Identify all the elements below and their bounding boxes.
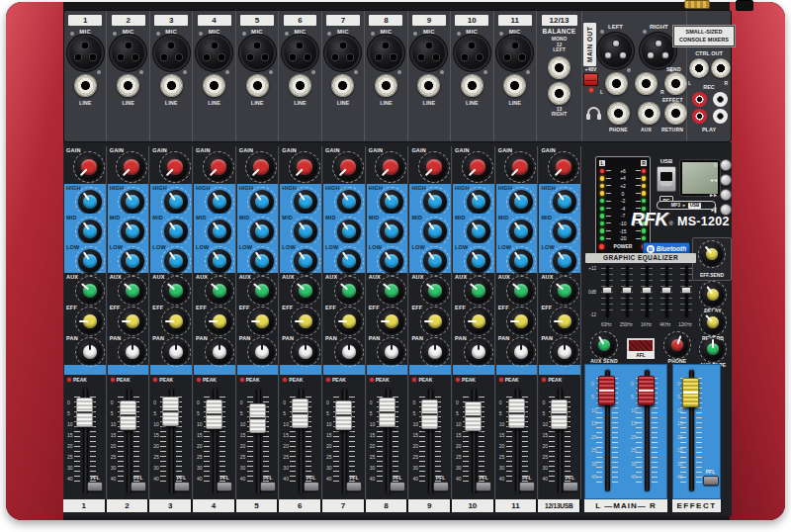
pan-knob-ch11[interactable] <box>509 340 533 364</box>
fader-cap[interactable] <box>379 398 396 427</box>
eff-knob-ch12/13[interactable] <box>553 310 576 333</box>
eff-knob-ch4[interactable] <box>208 310 231 333</box>
pfl-button-effect[interactable] <box>703 476 719 486</box>
gain-knob-ch1[interactable] <box>76 154 102 180</box>
aux-knob-ch6[interactable] <box>294 279 317 303</box>
mid-knob-ch10[interactable] <box>467 220 490 243</box>
pfl-button-ch2[interactable] <box>131 482 146 491</box>
eff-send-knob[interactable] <box>701 243 723 265</box>
pan-knob-ch2[interactable] <box>121 340 144 364</box>
pfl-button-ch3[interactable] <box>174 482 190 491</box>
high-knob-ch10[interactable] <box>467 190 490 214</box>
mid-knob-ch4[interactable] <box>208 220 231 243</box>
mid-knob-ch12/13[interactable] <box>553 220 576 243</box>
low-knob-ch4[interactable] <box>208 249 231 273</box>
aux-knob-ch11[interactable] <box>509 279 533 303</box>
fader-cap[interactable] <box>249 403 266 433</box>
next-button[interactable] <box>720 189 732 201</box>
gain-knob-ch6[interactable] <box>292 154 317 180</box>
eq-slider-250Hz[interactable] <box>621 266 633 317</box>
fader-cap[interactable] <box>508 399 525 428</box>
fader-cap[interactable] <box>421 399 438 429</box>
mid-knob-ch1[interactable] <box>78 220 102 243</box>
high-knob-ch3[interactable] <box>164 190 188 214</box>
prev-button[interactable] <box>720 174 732 186</box>
gain-knob-ch10[interactable] <box>465 154 490 180</box>
eff-knob-ch1[interactable] <box>78 310 102 333</box>
eff-knob-ch10[interactable] <box>467 310 490 333</box>
aux-knob-ch7[interactable] <box>337 279 361 303</box>
pfl-button-ch8[interactable] <box>390 482 405 491</box>
fader-cap[interactable] <box>465 401 482 431</box>
high-knob-ch1[interactable] <box>78 190 102 214</box>
aux-knob-ch4[interactable] <box>208 279 231 303</box>
eff-knob-ch6[interactable] <box>294 310 317 333</box>
eq-slider-12KHz[interactable] <box>680 266 692 317</box>
fader-cap[interactable] <box>598 376 615 405</box>
mid-knob-ch8[interactable] <box>380 220 403 243</box>
main-fader-left[interactable]: 05101520253040 <box>588 368 626 493</box>
pfl-button-ch6[interactable] <box>304 482 319 491</box>
aux-knob-ch8[interactable] <box>380 279 403 303</box>
pfl-button-ch7[interactable] <box>346 482 362 491</box>
gain-knob-ch3[interactable] <box>162 154 188 180</box>
pan-knob-ch8[interactable] <box>380 340 403 364</box>
aux-knob-ch9[interactable] <box>423 279 447 303</box>
eq-slider-cap[interactable] <box>602 287 612 294</box>
gain-knob-ch5[interactable] <box>248 154 274 180</box>
pan-knob-ch1[interactable] <box>78 340 102 364</box>
high-knob-ch7[interactable] <box>337 190 361 214</box>
eq-slider-cap[interactable] <box>622 287 632 294</box>
gain-knob-ch9[interactable] <box>421 154 447 180</box>
pan-knob-ch12/13[interactable] <box>553 340 576 364</box>
aux-knob-ch1[interactable] <box>78 279 102 303</box>
low-knob-ch2[interactable] <box>121 249 144 273</box>
phantom-switch[interactable] <box>583 73 598 86</box>
afl-window[interactable] <box>627 338 655 351</box>
delay-knob[interactable] <box>702 284 724 306</box>
gain-knob-ch8[interactable] <box>378 154 403 180</box>
mid-knob-ch6[interactable] <box>294 220 317 243</box>
mid-knob-ch7[interactable] <box>337 220 361 243</box>
pfl-button-ch5[interactable] <box>260 482 276 491</box>
pan-knob-ch4[interactable] <box>208 340 231 364</box>
mid-knob-ch9[interactable] <box>423 220 447 243</box>
aux-tape-knob[interactable] <box>702 338 724 360</box>
high-knob-ch11[interactable] <box>509 190 533 214</box>
fader-cap[interactable] <box>292 399 308 428</box>
fader-cap[interactable] <box>682 378 699 407</box>
gain-knob-ch2[interactable] <box>119 154 144 180</box>
eff-knob-ch2[interactable] <box>121 310 144 333</box>
pfl-button-ch9[interactable] <box>433 482 449 491</box>
low-knob-ch1[interactable] <box>78 249 102 273</box>
high-knob-ch4[interactable] <box>208 190 231 214</box>
mid-knob-ch2[interactable] <box>121 220 144 243</box>
eff-knob-ch8[interactable] <box>380 310 403 333</box>
pfl-button-ch11[interactable] <box>519 482 535 491</box>
fader-cap[interactable] <box>120 400 136 430</box>
gain-knob-ch12/13[interactable] <box>551 154 576 180</box>
pan-knob-ch7[interactable] <box>337 340 361 364</box>
low-knob-ch8[interactable] <box>380 249 403 273</box>
mid-knob-ch3[interactable] <box>164 220 188 243</box>
eq-slider-cap[interactable] <box>681 287 691 294</box>
mid-knob-ch11[interactable] <box>509 220 533 243</box>
gain-knob-ch4[interactable] <box>206 154 231 180</box>
low-knob-ch7[interactable] <box>337 249 361 273</box>
high-knob-ch2[interactable] <box>121 190 144 214</box>
low-knob-ch10[interactable] <box>467 249 490 273</box>
low-knob-ch9[interactable] <box>423 249 447 273</box>
reverb-knob[interactable] <box>702 311 724 333</box>
pfl-button-ch4[interactable] <box>217 482 232 491</box>
low-knob-ch11[interactable] <box>509 249 533 273</box>
high-knob-ch5[interactable] <box>250 190 274 214</box>
eff-knob-ch7[interactable] <box>337 310 361 333</box>
high-knob-ch9[interactable] <box>423 190 447 214</box>
high-knob-ch12/13[interactable] <box>553 190 576 214</box>
pfl-button-ch12/13[interactable] <box>563 482 578 491</box>
low-knob-ch5[interactable] <box>250 249 274 273</box>
fader-cap[interactable] <box>638 376 655 405</box>
eff-knob-ch11[interactable] <box>509 310 533 333</box>
aux-knob-ch12/13[interactable] <box>553 279 576 303</box>
pfl-button-ch1[interactable] <box>87 482 103 491</box>
